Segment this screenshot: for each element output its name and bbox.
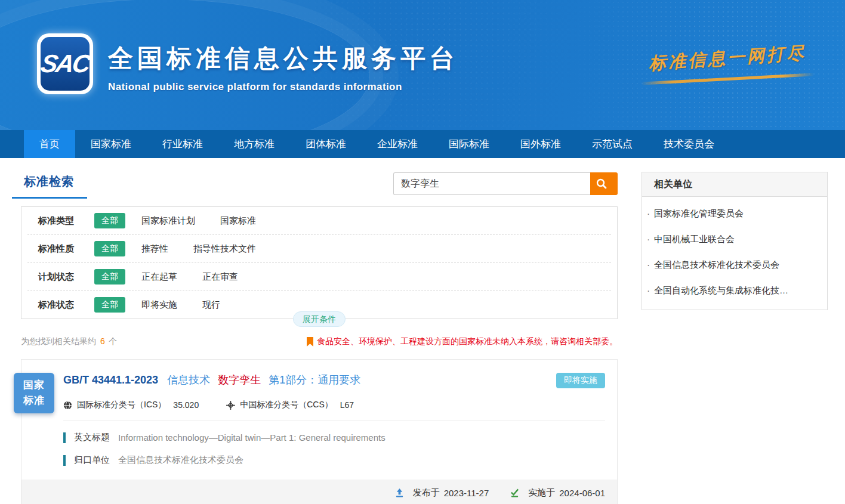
nav-item-industry-standards[interactable]: 行业标准	[147, 130, 218, 158]
filter-option[interactable]: 现行	[202, 299, 220, 311]
expand-conditions-button[interactable]: 展开条件	[293, 311, 346, 327]
related-unit-link[interactable]: ·国家标准化管理委员会	[647, 201, 818, 227]
filter-label: 标准状态	[38, 299, 94, 311]
english-title-label: 英文标题	[74, 432, 110, 443]
row-marker-bar	[63, 455, 66, 466]
filter-options: 国家标准计划 国家标准	[141, 215, 256, 227]
filter-all-button[interactable]: 全部	[94, 297, 125, 313]
search-row: 标准检索	[21, 172, 618, 199]
standard-title-part2[interactable]: 第1部分：通用要求	[269, 374, 360, 386]
filter-option[interactable]: 国家标准	[220, 215, 256, 227]
results-count-prefix: 为您找到相关结果约	[21, 336, 96, 346]
filter-options: 正在起草 正在审查	[141, 271, 238, 283]
related-units-title: 相关单位	[642, 172, 827, 197]
filter-option[interactable]: 国家标准计划	[141, 215, 195, 227]
publish-date-item: 发布于 2023-11-27	[395, 487, 489, 499]
section-title-tab: 标准检索	[12, 172, 87, 199]
compass-icon	[226, 401, 235, 410]
nav-item-enterprise-standards[interactable]: 企业标准	[362, 130, 433, 158]
main-nav: 首页 国家标准 行业标准 地方标准 团体标准 企业标准 国际标准 国外标准 示范…	[0, 130, 845, 158]
implement-label: 实施于	[528, 487, 555, 499]
implement-date: 2024-06-01	[559, 488, 605, 498]
sac-logo[interactable]: SAC	[37, 33, 93, 94]
site-title-block: 全国标准信息公共服务平台 National public service pla…	[108, 42, 459, 93]
filter-options: 即将实施 现行	[141, 299, 220, 311]
related-unit-link[interactable]: ·中国机械工业联合会	[647, 227, 818, 252]
filter-all-button[interactable]: 全部	[94, 269, 125, 285]
filter-option[interactable]: 正在审查	[202, 271, 238, 283]
filter-row-standard-type: 标准类型 全部 国家标准计划 国家标准	[21, 207, 617, 234]
committee-label: 归口单位	[74, 454, 110, 466]
bookmark-icon	[307, 337, 313, 347]
filter-label: 计划状态	[38, 271, 94, 283]
nav-item-group-standards[interactable]: 团体标准	[290, 130, 362, 158]
nav-item-pilot-demo[interactable]: 示范试点	[576, 130, 648, 158]
content-column: 标准检索 标准类型 全部 国家标准计划 国家标准	[21, 172, 618, 504]
slogan: 标准信息一网打尽	[641, 47, 814, 81]
nav-item-local-standards[interactable]: 地方标准	[218, 130, 290, 158]
sac-logo-text: SAC	[39, 50, 91, 78]
bullet-dot: ·	[647, 208, 650, 218]
card-title-row: GB/T 43441.1-2023 信息技术 数字孪生 第1部分：通用要求 即将…	[63, 373, 605, 388]
card-footer: 发布于 2023-11-27 实施于 2024-06-01	[21, 480, 617, 504]
filter-all-button[interactable]: 全部	[94, 241, 125, 256]
notice-text: 食品安全、环境保护、工程建设方面的国家标准未纳入本系统，请咨询相关部委。	[317, 336, 618, 347]
ccs-group: 中国标准分类号（CCS） L67	[226, 400, 354, 410]
system-notice: 食品安全、环境保护、工程建设方面的国家标准未纳入本系统，请咨询相关部委。	[307, 336, 618, 347]
filter-option[interactable]: 推荐性	[141, 243, 168, 255]
site-header: SAC 全国标准信息公共服务平台 National public service…	[0, 0, 845, 130]
standard-title-highlight[interactable]: 数字孪生	[218, 374, 261, 386]
check-icon	[510, 488, 519, 497]
english-title-row: 英文标题 Information technology—Digital twin…	[63, 432, 605, 443]
filter-label: 标准类型	[38, 215, 94, 227]
search-icon	[596, 178, 607, 190]
standard-title-link[interactable]: GB/T 43441.1-2023 信息技术 数字孪生 第1部分：通用要求	[63, 373, 360, 387]
ccs-label: 中国标准分类号（CCS）	[240, 400, 333, 410]
page-title: 标准检索	[24, 175, 74, 188]
committee-row: 归口单位 全国信息技术标准化技术委员会	[63, 454, 605, 466]
filter-option[interactable]: 正在起草	[141, 271, 177, 283]
results-info-row: 为您找到相关结果约 6 个 食品安全、环境保护、工程建设方面的国家标准未纳入本系…	[21, 336, 618, 347]
ics-value: 35.020	[173, 400, 199, 410]
row-marker-bar	[63, 432, 66, 443]
status-badge: 即将实施	[556, 373, 605, 388]
ics-label: 国际标准分类号（ICS）	[77, 400, 166, 410]
related-unit-link[interactable]: ·全国自动化系统与集成标准化技…	[647, 278, 818, 304]
national-standard-badge[interactable]: 国家 标准	[14, 373, 54, 413]
english-title-value: Information technology—Digital twin—Part…	[118, 432, 386, 443]
badge-line: 国家	[23, 378, 45, 393]
search-input[interactable]	[393, 172, 590, 195]
badge-line: 标准	[23, 393, 45, 409]
standard-title-part1[interactable]: 信息技术	[167, 374, 210, 386]
search-box	[393, 172, 618, 195]
filter-panel: 标准类型 全部 国家标准计划 国家标准 标准性质 全部 推荐性 指导性技术文件 …	[21, 206, 618, 319]
site-title: 全国标准信息公共服务平台	[108, 42, 459, 75]
search-button[interactable]	[590, 172, 618, 195]
standard-code[interactable]: GB/T 43441.1-2023	[63, 374, 158, 386]
nav-item-foreign-standards[interactable]: 国外标准	[505, 130, 576, 158]
implement-date-item: 实施于 2024-06-01	[510, 487, 605, 499]
publish-icon	[395, 488, 404, 497]
related-units-list: ·国家标准化管理委员会 ·中国机械工业联合会 ·全国信息技术标准化技术委员会 ·…	[642, 197, 827, 310]
committee-value: 全国信息技术标准化技术委员会	[118, 454, 243, 466]
results-count: 为您找到相关结果约 6 个	[21, 336, 118, 347]
filter-row-standard-nature: 标准性质 全部 推荐性 指导性技术文件	[21, 235, 617, 262]
divider	[63, 420, 605, 420]
related-unit-link[interactable]: ·全国信息技术标准化技术委员会	[647, 252, 818, 278]
filter-row-plan-status: 计划状态 全部 正在起草 正在审查	[21, 263, 617, 290]
nav-item-international-standards[interactable]: 国际标准	[433, 130, 505, 158]
publish-date: 2023-11-27	[444, 488, 489, 498]
standard-result-card: 国家 标准 GB/T 43441.1-2023 信息技术 数字孪生 第1部分：通…	[21, 359, 618, 504]
globe-icon	[63, 401, 72, 410]
results-count-suffix: 个	[109, 336, 118, 346]
bullet-dot: ·	[647, 285, 650, 295]
sac-logo-inner: SAC	[41, 37, 90, 91]
nav-item-home[interactable]: 首页	[24, 130, 75, 158]
nav-item-technical-committee[interactable]: 技术委员会	[648, 130, 730, 158]
filter-all-button[interactable]: 全部	[94, 213, 125, 228]
filter-option[interactable]: 指导性技术文件	[193, 243, 256, 255]
filter-option[interactable]: 即将实施	[141, 299, 177, 311]
filter-label: 标准性质	[38, 243, 94, 255]
publish-label: 发布于	[413, 487, 440, 499]
nav-item-national-standards[interactable]: 国家标准	[75, 130, 147, 158]
